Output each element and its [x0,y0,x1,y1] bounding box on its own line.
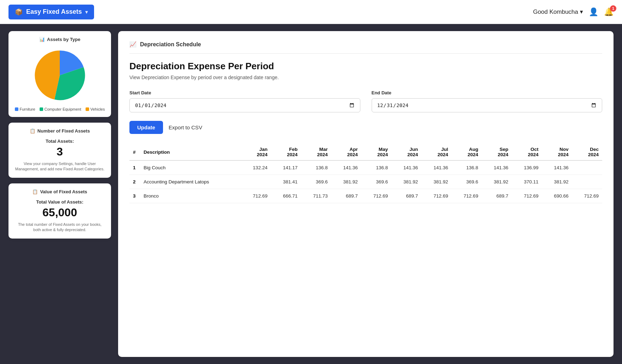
row-1-jun: 141.36 [391,160,422,175]
section-title: Depreciation Schedule [140,41,201,48]
start-date-label: Start Date [129,90,360,95]
value-of-assets-card: 📋 Value of Fixed Assets Total Value of A… [8,183,111,239]
col-num: # [129,144,140,160]
chart-icon: 📊 [39,37,45,42]
row-3-mar: 711.73 [301,189,331,203]
row-3-feb: 666.71 [271,189,301,203]
vehicles-label: Vehicles [91,107,105,111]
row-1-oct: 136.99 [512,160,542,175]
row-2-dec [572,175,602,189]
vehicles-dot [86,107,89,111]
row-1-jul: 141.36 [422,160,452,175]
assets-by-type-title: 📊 Assets by Type [14,37,105,42]
row-1-description: Big Couch [140,160,241,175]
sidebar: 📊 Assets by Type Furniture [8,31,111,357]
total-assets-label: Total Assets: [14,139,105,144]
row-2-apr: 381.92 [331,175,361,189]
page-title: Depreciation Expense Per Period [129,61,602,72]
export-csv-button[interactable]: Export to CSV [167,121,204,134]
value-icon: 📋 [32,189,38,194]
furniture-dot [15,107,18,111]
pie-chart [31,47,88,104]
value-card-content: Total Value of Assets: 65,000 The total … [14,199,105,233]
total-value-description: The total number of Fixed Assets on your… [14,222,105,233]
date-range-row: Start Date End Date [129,90,602,112]
row-2-feb: 381.41 [271,175,301,189]
list-icon: 📋 [30,128,35,134]
row-2-mar: 369.6 [301,175,331,189]
section-header: 📈 Depreciation Schedule [129,41,602,54]
page-subtitle: View Depreciation Expense by period over… [129,75,602,80]
section-icon: 📈 [129,41,136,48]
row-1-num: 1 [129,160,140,175]
row-3-apr: 689.7 [331,189,361,203]
row-1-may: 136.8 [361,160,391,175]
legend-furniture: Furniture [15,107,35,111]
col-apr: Apr2024 [331,144,361,160]
number-card-content: Total Assets: 3 View your company Settin… [14,139,105,172]
col-oct: Oct2024 [512,144,542,160]
row-1-aug: 136.8 [452,160,482,175]
start-date-field: Start Date [129,90,360,112]
col-mar: Mar2024 [301,144,331,160]
topnav-right: Good Kombucha ▾ 👤 🔔 1 [533,7,614,17]
row-2-oct: 370.11 [512,175,542,189]
table-header-row: # Description Jan2024 Feb2024 Mar2024 Ap… [129,144,602,160]
topnav-left: 📦 Easy Fixed Assets ▾ [8,5,94,19]
depreciation-table: # Description Jan2024 Feb2024 Mar2024 Ap… [129,144,602,203]
row-3-may: 712.69 [361,189,391,203]
user-profile-button[interactable]: 👤 [589,7,598,17]
table-row: 3Bronco712.69666.71711.73689.7712.69689.… [129,189,602,203]
row-3-nov: 690.66 [542,189,572,203]
row-3-description: Bronco [140,189,241,203]
end-date-label: End Date [372,90,603,95]
row-2-jan [241,175,271,189]
company-selector-button[interactable]: Good Kombucha ▾ [533,8,583,16]
row-1-mar: 136.8 [301,160,331,175]
row-2-description: Accounting Department Latops [140,175,241,189]
notification-badge: 1 [610,5,616,12]
action-buttons-row: Update Export to CSV [129,121,602,134]
legend-vehicles: Vehicles [86,107,105,111]
start-date-input[interactable] [129,98,360,112]
main-content: 📈 Depreciation Schedule Depreciation Exp… [118,31,614,357]
end-date-field: End Date [372,90,603,112]
table-row: 2Accounting Department Latops381.41369.6… [129,175,602,189]
row-2-aug: 369.6 [452,175,482,189]
number-of-assets-card: 📋 Number of Fixed Assets Total Assets: 3… [8,123,111,178]
computer-dot [40,107,43,111]
user-icon: 👤 [589,7,598,17]
end-date-input[interactable] [372,98,603,112]
col-dec: Dec2024 [572,144,602,160]
col-may: May2024 [361,144,391,160]
row-1-feb: 141.17 [271,160,301,175]
update-button[interactable]: Update [129,121,163,134]
col-nov: Nov2024 [542,144,572,160]
row-3-sep: 689.7 [482,189,512,203]
pie-chart-container [14,47,105,104]
app-name: Easy Fixed Assets [26,8,82,16]
assets-by-type-card: 📊 Assets by Type Furniture [8,31,111,117]
table-body: 1Big Couch132.24141.17136.8141.36136.814… [129,160,602,203]
table-row: 1Big Couch132.24141.17136.8141.36136.814… [129,160,602,175]
value-of-assets-title: 📋 Value of Fixed Assets [14,189,105,194]
row-3-aug: 712.69 [452,189,482,203]
row-3-oct: 712.69 [512,189,542,203]
col-jan: Jan2024 [241,144,271,160]
app-chevron-icon: ▾ [85,9,88,15]
furniture-label: Furniture [20,107,35,111]
company-chevron-icon: ▾ [580,8,583,16]
total-assets-description: View your company Settings, handle User … [14,161,105,172]
total-value-label: Total Value of Assets: [14,199,105,205]
col-description: Description [140,144,241,160]
number-of-assets-title: 📋 Number of Fixed Assets [14,128,105,134]
notifications-button[interactable]: 🔔 1 [604,7,614,17]
app-menu-button[interactable]: 📦 Easy Fixed Assets ▾ [8,5,94,19]
col-aug: Aug2024 [452,144,482,160]
row-2-jun: 381.92 [391,175,422,189]
row-1-nov: 141.36 [542,160,572,175]
col-sep: Sep2024 [482,144,512,160]
row-1-jan: 132.24 [241,160,271,175]
row-3-jul: 712.69 [422,189,452,203]
total-assets-value: 3 [14,145,105,158]
